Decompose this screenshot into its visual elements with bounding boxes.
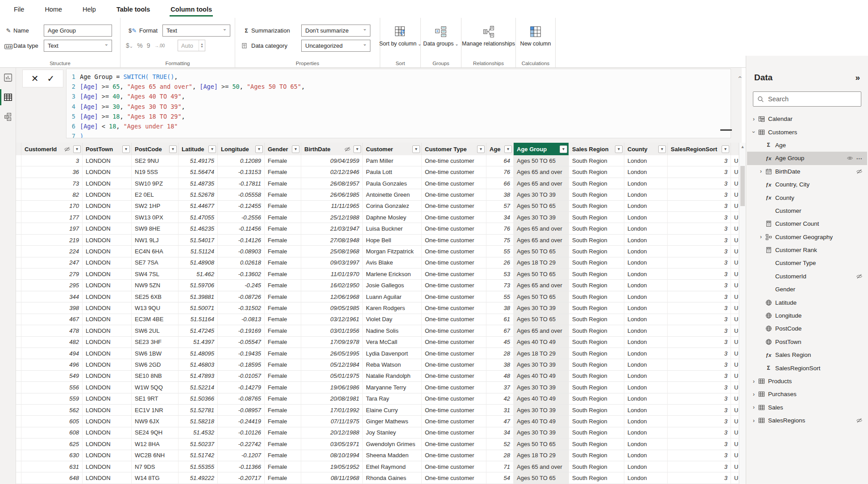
menu-tab-column-tools[interactable]: Column tools: [170, 2, 213, 16]
field-item-longitude[interactable]: Longitude: [747, 309, 867, 322]
cell[interactable]: Female: [265, 438, 301, 450]
field-item-latitude[interactable]: Latitude: [747, 296, 867, 309]
cell[interactable]: 3: [668, 461, 731, 472]
cell[interactable]: -0.19435: [218, 348, 265, 359]
visibility-eye-icon[interactable]: [847, 155, 853, 161]
column-header-gender[interactable]: Gender▾: [265, 143, 301, 155]
cell[interactable]: South Region: [569, 155, 624, 166]
cell[interactable]: 07/11/1975: [301, 416, 363, 427]
cell[interactable]: Ethel Raymond: [363, 461, 422, 472]
cell[interactable]: 47: [486, 416, 514, 427]
cell[interactable]: 09/03/1997: [301, 257, 363, 269]
cell[interactable]: South Region: [569, 382, 624, 393]
cell[interactable]: SE1 9RT: [132, 393, 179, 405]
field-table-calendar[interactable]: ›Calendar: [747, 112, 867, 125]
field-item-posttown[interactable]: PostTown: [747, 335, 867, 348]
cell[interactable]: LONDON: [83, 246, 132, 257]
cell[interactable]: 51.462: [179, 269, 218, 280]
cell[interactable]: LONDON: [83, 371, 132, 382]
field-item-customer-rank[interactable]: Customer Rank: [747, 244, 867, 256]
cell[interactable]: 51.47893: [179, 371, 218, 382]
column-header-age-group[interactable]: Age Group▾: [514, 143, 569, 155]
cell[interactable]: 55: [486, 291, 514, 302]
cell[interactable]: 51.52781: [179, 405, 218, 416]
cell[interactable]: 03/01/1956: [301, 325, 363, 336]
field-item-customer-geography[interactable]: ›Customer Geography: [747, 231, 867, 244]
cell[interactable]: 67: [486, 325, 514, 336]
cell[interactable]: South Region: [569, 337, 624, 348]
chevron-right-icon[interactable]: ›: [751, 418, 757, 424]
cell[interactable]: One-time customer: [422, 427, 486, 438]
field-item-age-group[interactable]: ƒxAge Group⋯: [747, 152, 867, 165]
cell[interactable]: LONDON: [83, 257, 132, 269]
report-view-button[interactable]: [0, 68, 16, 87]
cell[interactable]: LONDON: [83, 212, 132, 223]
cell[interactable]: -0.20717: [218, 472, 265, 484]
cell[interactable]: 61: [486, 314, 514, 325]
cell[interactable]: 3: [668, 269, 731, 280]
cell[interactable]: -0.12455: [218, 201, 265, 212]
cell[interactable]: South Region: [569, 280, 624, 291]
field-item-customerid[interactable]: CustomerId: [747, 270, 867, 283]
column-filter-button[interactable]: ▾: [615, 145, 623, 153]
cell[interactable]: 3: [668, 302, 731, 314]
cell[interactable]: -0.31502: [218, 302, 265, 314]
cell[interactable]: W12 8HA: [132, 438, 179, 450]
cell[interactable]: 3: [668, 382, 731, 393]
cell[interactable]: London: [624, 348, 668, 359]
cell[interactable]: 28: [486, 450, 514, 461]
cell[interactable]: 11/11/1965: [301, 201, 363, 212]
cell[interactable]: 3: [668, 314, 731, 325]
cell[interactable]: 559: [21, 393, 83, 405]
cell[interactable]: One-time customer: [422, 382, 486, 393]
cell[interactable]: 26/08/1957: [301, 178, 363, 189]
commit-formula-icon[interactable]: ✓: [47, 73, 54, 84]
column-header-birthdate[interactable]: BirthDate▾: [301, 143, 363, 155]
cell[interactable]: South Region: [569, 416, 624, 427]
cell[interactable]: -0.05558: [218, 189, 265, 200]
column-filter-button[interactable]: ▾: [353, 145, 361, 153]
cell[interactable]: 467: [21, 314, 83, 325]
cell[interactable]: 556: [21, 382, 83, 393]
cell[interactable]: Ages 65 and over: [514, 280, 569, 291]
formula-bar-collapse-icon[interactable]: ›: [739, 73, 741, 81]
field-table-customers[interactable]: ›Customers: [747, 125, 867, 138]
cell[interactable]: 3: [668, 257, 731, 269]
cell[interactable]: 66: [486, 178, 514, 189]
cell[interactable]: Female: [265, 427, 301, 438]
cell[interactable]: Luann Aguilar: [363, 291, 422, 302]
decimal-places-stepper[interactable]: Auto ▲▼: [178, 40, 205, 51]
cell[interactable]: 20/12/1988: [301, 427, 363, 438]
cell[interactable]: 3: [668, 178, 731, 189]
cell[interactable]: Ages 50 TO 65: [514, 201, 569, 212]
cell[interactable]: 51.49222: [179, 472, 218, 484]
cell[interactable]: -0.08765: [218, 393, 265, 405]
cell[interactable]: South Region: [569, 166, 624, 178]
grid-vertical-scrollbar[interactable]: ▲: [739, 143, 746, 484]
cell[interactable]: 51.48735: [179, 178, 218, 189]
cell[interactable]: Female: [265, 166, 301, 178]
format-select[interactable]: Text: [162, 25, 230, 37]
field-item-country-city[interactable]: ƒxCountry, City: [747, 178, 867, 191]
more-options-icon[interactable]: ⋯: [856, 155, 863, 162]
cell[interactable]: 25/12/1988: [301, 212, 363, 223]
cell[interactable]: LONDON: [83, 416, 132, 427]
cell[interactable]: Female: [265, 416, 301, 427]
cell[interactable]: Female: [265, 371, 301, 382]
cell[interactable]: London: [624, 337, 668, 348]
scrollbar-thumb[interactable]: [740, 166, 745, 206]
cell[interactable]: 482: [21, 337, 83, 348]
cell[interactable]: South Region: [569, 257, 624, 269]
scroll-up-icon[interactable]: ▲: [739, 143, 746, 149]
cell[interactable]: 17/01/1992: [301, 405, 363, 416]
cell[interactable]: NW9 6JX: [132, 416, 179, 427]
cell[interactable]: 3: [668, 472, 731, 484]
cell[interactable]: LONDON: [83, 291, 132, 302]
cell[interactable]: Ages 65 and over: [514, 178, 569, 189]
cell[interactable]: Ginger Mathews: [363, 416, 422, 427]
cell[interactable]: One-time customer: [422, 280, 486, 291]
column-header-customerid[interactable]: CustomerId▾: [21, 143, 83, 155]
cell[interactable]: 247: [21, 257, 83, 269]
cell[interactable]: -0.13153: [218, 166, 265, 178]
cell[interactable]: W1W 5QQ: [132, 382, 179, 393]
